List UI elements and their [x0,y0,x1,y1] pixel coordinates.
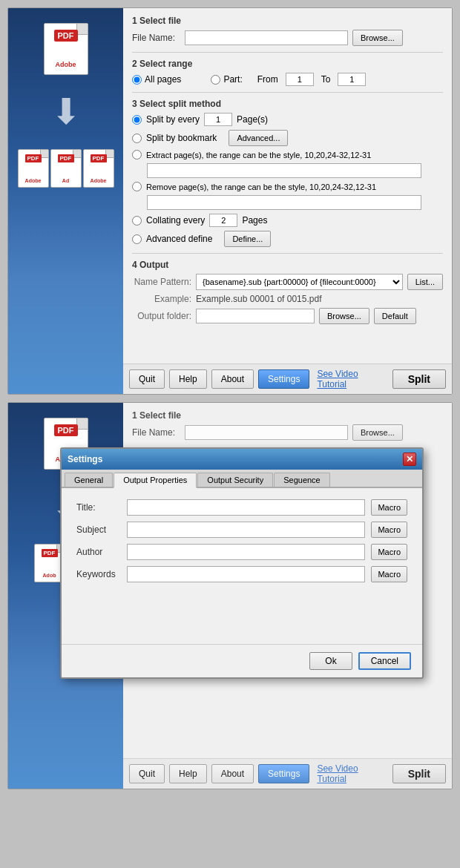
extract-label: Extract page(s), the range can be the st… [146,151,371,160]
keywords-macro-button[interactable]: Macro [371,566,407,582]
settings-button-2[interactable]: Settings [258,764,309,783]
example-label: Example: [132,294,191,304]
arrow-down: ⬇ [44,90,88,134]
advanced-define-radio[interactable] [132,234,142,244]
author-field-label: Author [76,547,121,557]
section4-label: 4 Output [132,260,443,270]
all-pages-label: All pages [145,74,181,85]
extract-radio[interactable] [132,150,142,160]
help-button-2[interactable]: Help [169,764,207,783]
part-radio[interactable] [211,75,220,85]
subject-field-label: Subject [76,525,121,535]
ok-button[interactable]: Ok [309,652,352,670]
arrow-icon: ⬇ [51,94,81,130]
remove-input[interactable] [147,195,421,210]
example-value: Example.sub 00001 of 0015.pdf [196,294,321,304]
settings-dialog: Settings ✕ General Output Properties Out… [60,447,424,679]
browse-button-2[interactable]: Browse... [352,424,403,441]
tab-output-security[interactable]: Output Security [197,473,273,487]
collating-radio[interactable] [132,216,142,226]
keywords-field-input[interactable] [127,566,365,582]
file-name-input[interactable] [185,30,348,45]
split-every-option: Split by every Page(s) [132,113,443,126]
output-folder-row: Output folder: Browse... Default [132,308,443,324]
toolbar-2: Quit Help About Settings See Video Tutor… [123,758,452,789]
from-label: From [257,74,278,85]
part-option[interactable]: Part: [211,74,242,85]
all-pages-option[interactable]: All pages [132,74,181,85]
extract-option: Extract page(s), the range can be the st… [132,150,443,160]
pdf-icon-bottom-2: PDF Ad [50,149,82,188]
split-bookmark-radio[interactable] [132,134,142,143]
dialog-close-button[interactable]: ✕ [403,453,416,466]
help-button-1[interactable]: Help [169,369,207,389]
collating-input[interactable] [209,214,237,227]
split-bookmark-option: Split by bookmark Advanced... [132,130,443,146]
section2-label: 2 Select range [132,59,443,69]
dialog-title: Settings [68,454,102,464]
to-input[interactable] [338,73,366,86]
keywords-field-label: Keywords [76,569,121,579]
section1-label: 1 Select file [132,16,443,26]
define-button[interactable]: Define... [224,231,271,247]
tutorial-link-2[interactable]: See Video Tutorial [317,763,387,784]
collating-pages: Pages [242,215,267,226]
file-name-input-2[interactable] [185,425,348,440]
split-button-1[interactable]: Split [392,369,446,389]
advanced-define-label: Advanced define [146,234,212,244]
subject-field-input[interactable] [127,522,365,538]
subject-field-row: Subject Macro [76,522,407,538]
remove-label: Remove page(s), the range can be the sty… [146,183,376,191]
dialog-body: Title: Macro Subject Macro Author Macro … [62,488,422,644]
about-button-1[interactable]: About [211,369,254,389]
tab-general[interactable]: General [65,473,113,487]
section3-label: 3 Select split method [132,99,443,109]
remove-option: Remove page(s), the range can be the sty… [132,182,443,191]
tab-seguence[interactable]: Seguence [274,473,330,487]
toolbar-1: Quit Help About Settings See Video Tutor… [123,364,452,394]
cancel-button[interactable]: Cancel [358,652,411,670]
extract-input[interactable] [147,163,421,178]
tutorial-link-1[interactable]: See Video Tutorial [317,369,387,389]
all-pages-radio[interactable] [132,75,142,85]
name-pattern-select[interactable]: {basename}.sub {part:00000} of {filecoun… [196,274,403,290]
dialog-footer: Ok Cancel [62,644,422,677]
author-macro-button[interactable]: Macro [371,544,407,560]
title-field-input[interactable] [127,499,365,516]
list-button[interactable]: List... [407,274,443,290]
name-pattern-row: Name Pattern: {basename}.sub {part:00000… [132,274,443,290]
title-macro-button[interactable]: Macro [371,499,407,516]
split-button-2[interactable]: Split [392,764,446,783]
keywords-field-row: Keywords Macro [76,566,407,582]
name-pattern-label: Name Pattern: [132,277,191,287]
split-every-radio[interactable] [132,115,142,125]
from-input[interactable] [286,73,314,86]
about-button-2[interactable]: About [211,764,254,783]
default-button[interactable]: Default [374,308,416,324]
panel-2: PDF Adobe ⬇ PDF Adob PDF 1 Select file F… [7,402,453,789]
quit-button-2[interactable]: Quit [129,764,165,783]
file-name-label: File Name: [132,33,180,43]
output-folder-input[interactable] [196,309,315,323]
section1-label-2: 1 Select file [132,410,443,421]
subject-macro-button[interactable]: Macro [371,522,407,538]
split-bookmark-label: Split by bookmark [146,133,217,143]
author-field-row: Author Macro [76,544,407,560]
to-label: To [321,74,331,85]
example-row: Example: Example.sub 00001 of 0015.pdf [132,294,443,304]
quit-button-1[interactable]: Quit [129,369,165,389]
dialog-tabs: General Output Properties Output Securit… [62,470,422,488]
remove-radio[interactable] [132,182,142,191]
browse-button-1[interactable]: Browse... [352,30,403,46]
author-field-input[interactable] [127,544,365,560]
main-content-1: 1 Select file File Name: Browse... 2 Sel… [123,8,452,364]
output-browse-button[interactable]: Browse... [319,308,369,324]
advanced-button[interactable]: Advanced... [229,130,288,146]
tab-output-properties[interactable]: Output Properties [114,473,197,488]
split-every-input[interactable] [204,113,232,126]
panel-1: PDF Adobe ⬇ PDF Adobe PDF Ad PDF Adobe [7,7,453,395]
pages-label: Page(s) [237,114,268,125]
title-field-label: Title: [76,502,121,513]
sidebar-1: PDF Adobe ⬇ PDF Adobe PDF Ad PDF Adobe [8,8,123,394]
settings-button-1[interactable]: Settings [258,369,309,389]
